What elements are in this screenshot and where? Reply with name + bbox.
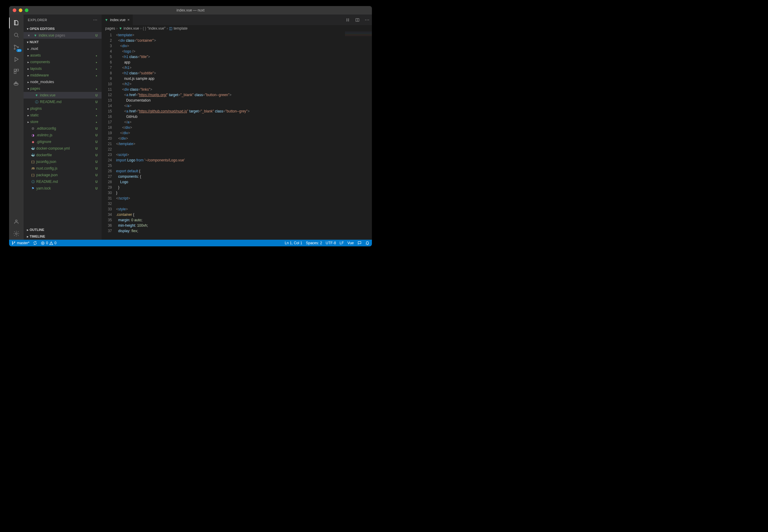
- file-row[interactable]: ◆.gitignoreU: [24, 138, 102, 145]
- chevron-right-icon: ▸: [26, 60, 30, 64]
- outline-header[interactable]: ▸ OUTLINE: [24, 226, 102, 233]
- row-label: store: [30, 120, 94, 124]
- row-label: middleware: [30, 73, 94, 77]
- folder-row[interactable]: ▸assets: [24, 52, 102, 59]
- activity-extensions[interactable]: [9, 65, 24, 77]
- folder-row[interactable]: ▸node_modules: [24, 79, 102, 85]
- activity-settings[interactable]: [9, 228, 24, 240]
- git-status-dot: [94, 54, 99, 57]
- row-label: docker-compose.yml: [36, 146, 94, 151]
- sidebar-more-button[interactable]: ⋯: [93, 18, 98, 22]
- minimap[interactable]: [345, 32, 372, 240]
- chevron-right-icon: ▸: [26, 114, 30, 117]
- close-editor-icon[interactable]: ×: [28, 34, 32, 37]
- workspace-header[interactable]: ▾ NUXT: [24, 39, 102, 45]
- compare-changes-button[interactable]: [343, 15, 353, 25]
- split-editor-button[interactable]: [353, 15, 362, 25]
- breadcrumb-label: index.vue: [124, 26, 139, 31]
- git-status: U: [94, 140, 99, 144]
- breadcrumbs[interactable]: pages›▼index.vue›{ }"index.vue"›◫templat…: [102, 25, 372, 32]
- chevron-right-icon: ▸: [26, 80, 30, 84]
- breadcrumb-label: template: [174, 26, 187, 31]
- file-row[interactable]: ⓘREADME.mdU: [24, 99, 102, 105]
- svg-point-3: [18, 47, 19, 48]
- status-branch[interactable]: master*: [11, 241, 29, 245]
- activity-scm[interactable]: 23: [9, 41, 24, 53]
- activity-explorer[interactable]: [9, 17, 24, 29]
- git-status-dot: [94, 107, 99, 110]
- file-row[interactable]: { }package.jsonU: [24, 172, 102, 178]
- folder-row[interactable]: ▸static: [24, 112, 102, 118]
- breadcrumb-item[interactable]: ◫template: [169, 26, 187, 31]
- row-label: yarn.lock: [36, 186, 94, 190]
- folder-row[interactable]: ▾pages: [24, 85, 102, 92]
- status-eol[interactable]: LF: [340, 241, 344, 245]
- close-window-button[interactable]: [13, 8, 16, 12]
- code-content[interactable]: <template> <div class="container"> <div>…: [116, 32, 345, 240]
- git-branch-icon: [11, 241, 16, 245]
- activity-debug[interactable]: [9, 53, 24, 65]
- status-sync[interactable]: [33, 241, 37, 245]
- svg-point-2: [14, 48, 15, 50]
- timeline-header[interactable]: ▸ TIMELINE: [24, 233, 102, 240]
- file-row[interactable]: JSnuxt.config.jsU: [24, 165, 102, 172]
- breadcrumb-item[interactable]: pages: [105, 26, 115, 31]
- editor-tab[interactable]: ▼index.vue×: [102, 15, 133, 25]
- status-language[interactable]: Vue: [347, 241, 354, 245]
- close-tab-icon[interactable]: ×: [127, 18, 130, 22]
- status-spaces[interactable]: Spaces: 2: [306, 241, 322, 245]
- editor-area: ▼index.vue× ⋯ pages›▼index.vue›{ }"index…: [102, 15, 372, 240]
- file-row[interactable]: ⚑yarn.lockU: [24, 185, 102, 192]
- traffic-lights: [13, 8, 28, 12]
- open-editor-item[interactable]: ×▼index.vue pagesU: [24, 32, 102, 39]
- folder-row[interactable]: ▸store: [24, 118, 102, 125]
- status-cursor[interactable]: Ln 1, Col 1: [285, 241, 302, 245]
- file-row[interactable]: ◑.eslintrc.jsU: [24, 132, 102, 138]
- file-row[interactable]: ⚙.editorconfigU: [24, 125, 102, 132]
- status-feedback[interactable]: [357, 241, 362, 245]
- row-label: pages: [30, 86, 94, 91]
- row-label: .eslintrc.js: [36, 133, 94, 137]
- activity-docker[interactable]: [9, 77, 24, 89]
- file-row[interactable]: { }jsconfig.jsonU: [24, 158, 102, 165]
- breadcrumb-label: "index.vue": [147, 26, 165, 31]
- file-row[interactable]: ⓘREADME.mdU: [24, 178, 102, 185]
- row-label: components: [30, 60, 94, 64]
- git-status-dot: [94, 87, 99, 90]
- breadcrumb-item[interactable]: ▼index.vue: [119, 26, 139, 31]
- git-status: U: [94, 174, 99, 177]
- open-editors-header[interactable]: ▾ OPEN EDITORS: [24, 25, 102, 32]
- file-row[interactable]: ▼index.vueU: [24, 92, 102, 99]
- file-icon: { }: [30, 173, 36, 177]
- app-window: index.vue — nuxt 23: [9, 6, 372, 246]
- svg-point-16: [12, 244, 13, 244]
- svg-point-17: [14, 242, 15, 242]
- file-icon: ⚙: [30, 127, 36, 131]
- zoom-window-button[interactable]: [25, 8, 28, 12]
- folder-row[interactable]: ▸components: [24, 59, 102, 65]
- folder-row[interactable]: ▸plugins: [24, 105, 102, 112]
- folder-row[interactable]: ▸layouts: [24, 65, 102, 72]
- status-bell[interactable]: [365, 241, 369, 245]
- activity-accounts[interactable]: [9, 216, 24, 228]
- row-label: nuxt.config.js: [36, 166, 94, 170]
- git-status-dot: [94, 74, 99, 77]
- row-label: .nuxt: [30, 47, 94, 51]
- folder-row[interactable]: ▸.nuxt: [24, 45, 102, 52]
- code-editor[interactable]: 1234567891011121314151617181920212223242…: [102, 32, 372, 240]
- file-row[interactable]: 🐳dockerfileU: [24, 152, 102, 158]
- error-count: 0: [46, 241, 48, 245]
- files-icon: [13, 20, 20, 26]
- titlebar: index.vue — nuxt: [9, 6, 372, 15]
- status-encoding[interactable]: UTF-8: [326, 241, 336, 245]
- minimize-window-button[interactable]: [19, 8, 22, 12]
- editor-more-button[interactable]: ⋯: [362, 15, 372, 25]
- activity-search[interactable]: [9, 29, 24, 41]
- breadcrumb-item[interactable]: { }"index.vue": [143, 26, 165, 31]
- folder-row[interactable]: ▸middleware: [24, 72, 102, 79]
- sync-icon: [33, 241, 37, 245]
- svg-rect-11: [15, 82, 16, 83]
- open-editors-label: OPEN EDITORS: [30, 27, 55, 31]
- file-row[interactable]: 🐳docker-compose.ymlU: [24, 145, 102, 152]
- status-problems[interactable]: 0 0: [41, 241, 56, 245]
